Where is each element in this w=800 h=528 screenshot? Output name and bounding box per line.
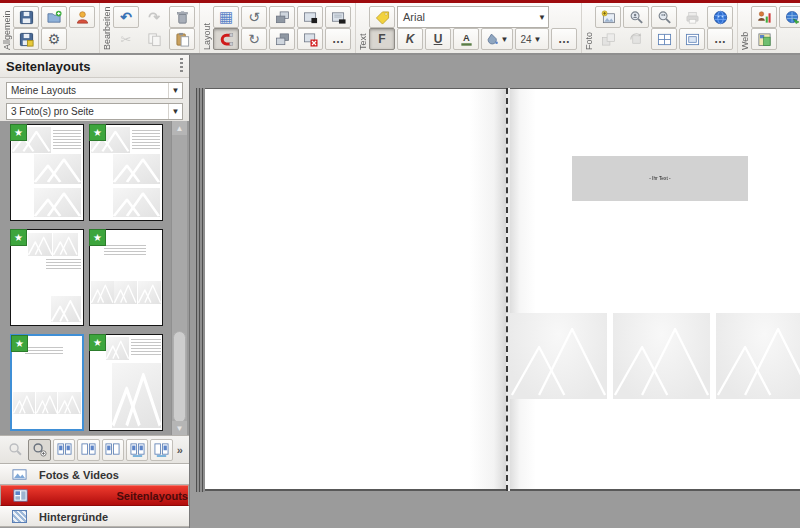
thumb-text-box [46,259,81,269]
select-value: Meine Layouts [11,85,76,96]
nav-seitenlayouts-selected[interactable]: Seitenlayouts [0,485,189,506]
photo-strip-icon [601,32,616,47]
layout-filters: Meine Layouts▼3 Foto(s) pro Seite▼ [0,78,189,121]
thumb-photo-box [138,281,161,304]
layout-source-select[interactable]: Meine Layouts▼ [6,82,183,99]
photo-frame-button[interactable] [679,28,705,50]
copy-button [141,28,167,50]
scrollbar-thumb[interactable] [173,331,186,423]
scissors-icon: ✂ [121,32,132,47]
undo-button[interactable]: ↶ [113,6,139,28]
book-page-right[interactable]: - Ihr Text - [510,88,800,491]
nav-fotos-videos[interactable]: Fotos & Videos [0,464,189,485]
assistant-button[interactable] [69,6,95,28]
delete-button[interactable] [169,6,195,28]
web-album-button[interactable] [751,28,777,50]
underline-button[interactable]: U [425,28,451,50]
italic-button[interactable]: K [397,28,423,50]
panel-title: Seitenlayouts [6,59,91,74]
thumb-photo-box [113,188,160,217]
text-tag-button[interactable] [369,6,395,28]
selected-font-value: Arial [403,11,425,23]
window-plus-icon [757,32,772,47]
view-spread-button-5[interactable] [150,439,172,461]
delete-box-button[interactable] [297,28,323,50]
photo-placeholder-box[interactable] [510,313,607,399]
undo-icon: ↶ [120,9,132,25]
text-placeholder-box[interactable]: - Ihr Text - [572,156,748,201]
zoom-in-button[interactable] [28,439,50,461]
save-as-button[interactable] [13,28,39,50]
snap-magnet-button[interactable] [213,28,239,50]
settings-button[interactable]: ⚙ [41,28,67,50]
view-spread-button-1[interactable] [53,439,75,461]
bold-button[interactable]: F [369,28,395,50]
grid-button[interactable]: ▦ [213,6,239,28]
scroll-down-icon[interactable]: ▼ [172,421,187,435]
panel-grip-handle[interactable] [180,58,183,74]
layout-thumb-1[interactable]: ★ [10,124,84,221]
layout-thumb-5-selected[interactable]: ★ [10,334,84,431]
layout-thumb-4[interactable]: ★ [89,229,163,326]
thumb-photo-box [13,392,35,414]
floppy-plus-icon [19,32,34,47]
add-photo-button[interactable] [595,6,621,28]
photo-strip-button [595,28,621,50]
thumb-photo-box [58,392,80,414]
photo-placeholder-box[interactable] [613,313,710,399]
panorama-button[interactable] [707,6,733,28]
text-placeholder-label: - Ihr Text - [649,176,671,181]
more-layout-button[interactable]: … [325,28,351,50]
nav-hintergruende[interactable]: Hintergründe [0,506,189,527]
find-similar-button[interactable] [651,6,677,28]
page-editor-canvas[interactable]: - Ihr Text - [190,55,800,528]
toolbar-group-layout: Layout▦↺↻… [200,3,356,53]
insert-photo-box-button[interactable] [297,6,323,28]
magnet-icon [219,32,234,47]
cut-button: ✂ [113,28,139,50]
more-photo-button[interactable]: … [707,28,733,50]
tools-overflow-button[interactable]: » [177,444,185,456]
bring-forward-button[interactable] [269,28,295,50]
insert-text-box-button[interactable] [325,6,351,28]
book-page-left[interactable] [205,88,506,491]
photos-per-page-select[interactable]: 3 Foto(s) pro Seite▼ [6,103,183,120]
search-photos-button[interactable] [623,6,649,28]
save-button[interactable] [13,6,39,28]
web-globe-button[interactable] [779,6,800,28]
favorite-star-icon: ★ [89,229,106,246]
send-backward-button[interactable] [269,6,295,28]
view-spread-button-4[interactable] [126,439,148,461]
thumbnail-scrollbar[interactable]: ▲ ▼ [171,121,187,435]
thumb-photo-box [106,337,129,360]
spread-5-icon [154,442,169,457]
view-spread-button-3[interactable] [102,439,124,461]
paste-button[interactable] [169,28,195,50]
trash-icon [175,10,190,25]
delete-box-icon [303,32,318,47]
open-button[interactable] [41,6,67,28]
photo-box-icon [303,10,318,25]
layout-thumb-2[interactable]: ★ [89,124,163,221]
layout-thumb-6[interactable]: ★ [89,334,163,431]
rotate-left-button[interactable]: ↺ [241,6,267,28]
view-spread-button-2[interactable] [77,439,99,461]
font-color-button[interactable]: A [453,28,479,50]
layout-thumb-3[interactable]: ★ [10,229,84,326]
rotate-photo-button [623,28,649,50]
photo-table-button[interactable] [651,28,677,50]
rotate-right-button[interactable]: ↻ [241,28,267,50]
thumbnail-toolbar: » [0,435,189,464]
photo-placeholder-box[interactable] [716,313,800,399]
dropdown-caret-icon: ▼ [499,35,511,44]
more-text-button[interactable]: … [551,28,577,50]
share-button[interactable] [751,6,777,28]
bring-forward-icon [275,32,290,47]
scroll-up-icon[interactable]: ▲ [172,121,187,135]
font-family-select[interactable]: Arial▼ [397,6,549,28]
book-binding [196,88,205,492]
fill-color-button[interactable]: ▼ [481,28,513,50]
font-size-select[interactable]: 24▼ [515,28,549,50]
thumb-photo-box [34,188,81,217]
group-label: Web [741,6,750,50]
